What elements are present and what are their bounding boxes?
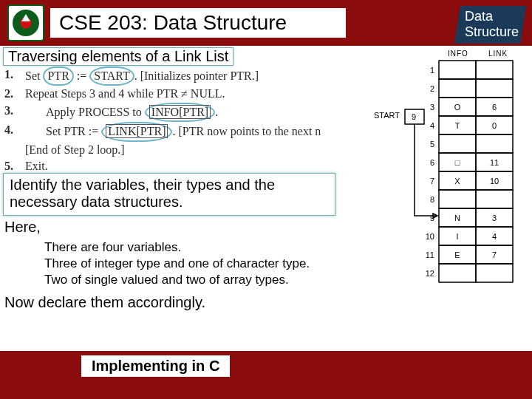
svg-rect-52 (439, 264, 476, 282)
note-line: Three of integer type and one of charact… (44, 256, 310, 272)
svg-text:LINK: LINK (488, 50, 508, 58)
ptr-oval: PTR (43, 66, 73, 86)
note-line: Two of single valued and two of array ty… (44, 272, 310, 288)
link-oval: LINK[PTR] (101, 122, 172, 141)
svg-text:□: □ (455, 158, 460, 167)
svg-rect-8 (439, 79, 476, 98)
svg-text:6: 6 (492, 103, 497, 112)
svg-rect-34 (439, 190, 476, 208)
info-oval: INFO[PTR] (145, 103, 215, 122)
svg-text:4: 4 (492, 232, 497, 241)
svg-text:INFO: INFO (448, 50, 468, 58)
footer-bar: Implementing in C (0, 351, 532, 399)
svg-text:10: 10 (490, 177, 499, 185)
notes-block: There are four variables. Three of integ… (44, 239, 310, 288)
start-oval: START (89, 66, 134, 86)
badge-line2: Structure (465, 24, 519, 40)
step-num: 2. (4, 86, 25, 102)
svg-text:N: N (454, 214, 460, 222)
step-num: 4. (4, 122, 25, 141)
header: CSE 203: Data Structure Data Structure (0, 0, 532, 46)
svg-text:7: 7 (492, 250, 497, 259)
here-label: Here, (4, 219, 41, 236)
svg-text:4: 4 (430, 121, 434, 130)
step-num: 3. (4, 103, 25, 122)
svg-rect-22 (476, 134, 513, 153)
step-num: 5. (4, 158, 25, 174)
svg-text:11: 11 (426, 250, 434, 259)
svg-rect-53 (476, 264, 513, 282)
implementing-label: Implementing in C (81, 355, 230, 377)
svg-text:X: X (454, 177, 460, 185)
section-title: Traversing elements of a Link List (3, 47, 233, 66)
slide-content: Traversing elements of a Link List 1. Se… (0, 46, 532, 351)
svg-text:E: E (454, 250, 460, 259)
svg-rect-21 (439, 134, 476, 153)
algorithm-block: 1. Set PTR := START. [Initializes pointe… (4, 66, 321, 174)
svg-rect-9 (476, 79, 513, 98)
svg-text:T: T (455, 121, 460, 130)
svg-rect-35 (476, 190, 513, 208)
svg-text:7: 7 (430, 177, 434, 185)
note-line: There are four variables. (44, 239, 310, 256)
svg-text:START: START (374, 111, 400, 120)
svg-text:3: 3 (492, 214, 497, 222)
svg-text:0: 0 (492, 121, 497, 130)
course-title: CSE 203: Data Structure (50, 8, 346, 38)
linked-list-diagram: INFO LINK START 9 123O64T056□117X1089N31… (366, 46, 529, 297)
declare-line: Now declare them accordingly. (4, 294, 205, 311)
svg-text:O: O (454, 103, 461, 112)
svg-text:5: 5 (430, 140, 434, 149)
svg-text:3: 3 (430, 103, 434, 112)
svg-text:11: 11 (490, 158, 499, 167)
svg-rect-5 (439, 61, 476, 79)
badge-line1: Data (465, 9, 519, 24)
svg-text:9: 9 (430, 214, 434, 222)
subject-badge: Data Structure (454, 6, 526, 44)
svg-text:8: 8 (430, 195, 434, 204)
svg-text:10: 10 (426, 232, 434, 241)
university-logo (7, 4, 44, 41)
svg-text:I: I (456, 232, 458, 241)
svg-text:9: 9 (412, 112, 416, 121)
svg-text:1: 1 (430, 66, 434, 75)
svg-text:6: 6 (430, 158, 434, 167)
step-num: 1. (4, 66, 25, 86)
svg-rect-6 (476, 61, 513, 79)
svg-text:12: 12 (426, 269, 434, 278)
instruction-box: Identify the variables, their types and … (3, 173, 335, 216)
svg-text:2: 2 (430, 84, 434, 93)
